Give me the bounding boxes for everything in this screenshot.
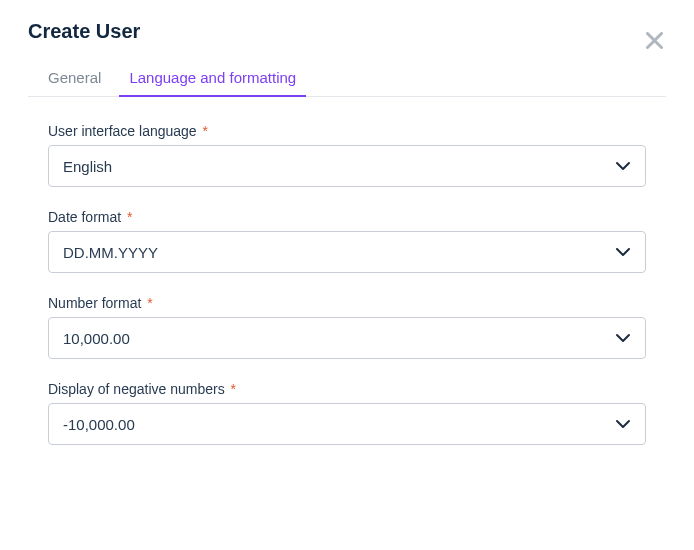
chevron-down-icon <box>615 161 631 171</box>
field-ui-language: User interface language * English <box>48 123 646 187</box>
ui-language-select[interactable]: English <box>48 145 646 187</box>
chevron-down-icon <box>615 419 631 429</box>
dialog-header: Create User <box>28 20 666 43</box>
select-value: English <box>63 158 112 175</box>
label-text: User interface language <box>48 123 197 139</box>
select-value: -10,000.00 <box>63 416 135 433</box>
required-marker: * <box>203 123 208 139</box>
date-format-label: Date format * <box>48 209 646 225</box>
required-marker: * <box>231 381 236 397</box>
close-button[interactable] <box>642 28 666 52</box>
number-format-select[interactable]: 10,000.00 <box>48 317 646 359</box>
tab-language-formatting[interactable]: Language and formatting <box>129 61 296 96</box>
negative-numbers-label: Display of negative numbers * <box>48 381 646 397</box>
tab-bar: General Language and formatting <box>28 61 666 97</box>
close-icon <box>646 32 663 49</box>
label-text: Number format <box>48 295 141 311</box>
label-text: Date format <box>48 209 121 225</box>
field-number-format: Number format * 10,000.00 <box>48 295 646 359</box>
select-value: DD.MM.YYYY <box>63 244 158 261</box>
select-value: 10,000.00 <box>63 330 130 347</box>
negative-numbers-select[interactable]: -10,000.00 <box>48 403 646 445</box>
number-format-label: Number format * <box>48 295 646 311</box>
chevron-down-icon <box>615 333 631 343</box>
form-language-formatting: User interface language * English Date f… <box>28 97 666 445</box>
tab-general[interactable]: General <box>48 61 101 96</box>
create-user-dialog: Create User General Language and formatt… <box>0 0 694 445</box>
label-text: Display of negative numbers <box>48 381 225 397</box>
required-marker: * <box>147 295 152 311</box>
field-negative-numbers: Display of negative numbers * -10,000.00 <box>48 381 646 445</box>
chevron-down-icon <box>615 247 631 257</box>
date-format-select[interactable]: DD.MM.YYYY <box>48 231 646 273</box>
field-date-format: Date format * DD.MM.YYYY <box>48 209 646 273</box>
required-marker: * <box>127 209 132 225</box>
page-title: Create User <box>28 20 666 43</box>
ui-language-label: User interface language * <box>48 123 646 139</box>
